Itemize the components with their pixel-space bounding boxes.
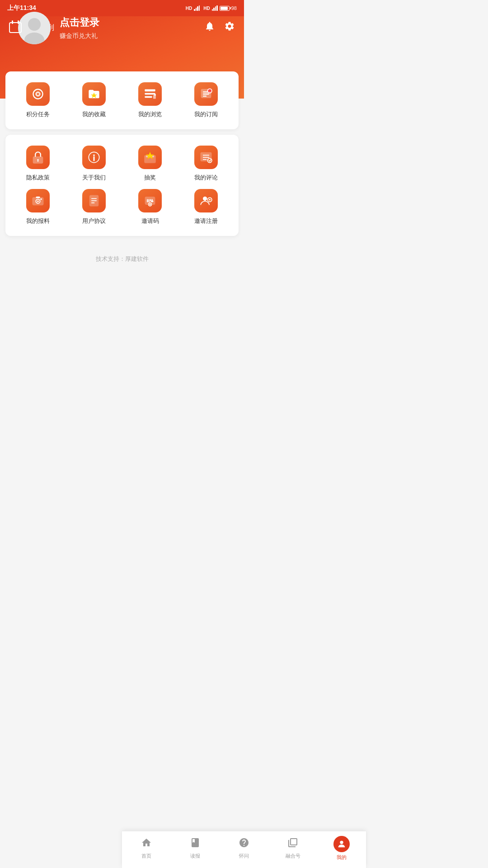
profile-info: 点击登录 赚金币兑大礼 (60, 16, 99, 40)
lottery-icon (138, 146, 162, 169)
svg-point-19 (37, 159, 39, 161)
menu-item-subscribe[interactable]: + 我的订阅 (178, 82, 234, 118)
invite-register-icon (194, 189, 218, 212)
menu-item-privacy[interactable]: 隐私政策 (10, 146, 66, 182)
menu-item-invite-register[interactable]: 邀请注册 (178, 189, 234, 225)
svg-point-36 (40, 198, 42, 200)
svg-point-34 (37, 200, 39, 202)
invite-code-icon (138, 189, 162, 212)
svg-text:+: + (209, 90, 211, 93)
main-content: 积分任务 我的收藏 (0, 71, 244, 272)
invite-code-label: 邀请码 (141, 217, 159, 225)
status-time: 上午11:34 (7, 4, 36, 12)
privacy-icon (26, 146, 50, 169)
svg-point-22 (93, 155, 95, 156)
svg-rect-11 (154, 94, 156, 96)
svg-rect-35 (36, 197, 40, 198)
about-icon (82, 146, 106, 169)
svg-point-5 (37, 93, 39, 95)
checkin-icon (9, 22, 22, 33)
menu-card-1: 积分任务 我的收藏 (5, 71, 239, 129)
agreement-icon (82, 189, 106, 212)
menu-item-report[interactable]: 我的报料 (10, 189, 66, 225)
report-icon (26, 189, 50, 212)
profile-subtitle: 赚金币兑大礼 (60, 32, 99, 40)
score-task-icon (26, 82, 50, 106)
privacy-label: 隐私政策 (26, 174, 50, 182)
menu-item-invite-code[interactable]: 邀请码 (122, 189, 178, 225)
notification-button[interactable] (204, 21, 215, 34)
svg-point-1 (28, 18, 41, 31)
header-actions (204, 21, 235, 34)
browse-label: 我的浏览 (138, 110, 162, 118)
settings-button[interactable] (224, 21, 235, 34)
menu-item-about[interactable]: 关于我们 (66, 146, 122, 182)
menu-item-favorites[interactable]: 我的收藏 (66, 82, 122, 118)
avatar (18, 12, 51, 44)
menu-item-agreement[interactable]: 用户协议 (66, 189, 122, 225)
profile-section[interactable]: 点击登录 赚金币兑大礼 (9, 12, 235, 44)
status-icons: HD HD 98 (186, 5, 237, 11)
invite-register-label: 邀请注册 (194, 217, 218, 225)
menu-item-score-task[interactable]: 积分任务 (10, 82, 66, 118)
svg-rect-14 (203, 94, 209, 94)
menu-item-lottery[interactable]: 抽奖 (122, 146, 178, 182)
score-task-label: 积分任务 (26, 110, 50, 118)
menu-grid-1: 积分任务 我的收藏 (10, 82, 234, 118)
signal-5g-icon (194, 5, 200, 11)
svg-rect-7 (145, 90, 155, 92)
comments-label: 我的评论 (194, 174, 218, 182)
agreement-label: 用户协议 (82, 217, 106, 225)
battery-icon (220, 6, 230, 11)
svg-point-31 (208, 158, 212, 162)
menu-card-2: 隐私政策 关于我们 (5, 135, 239, 236)
menu-grid-2: 隐私政策 关于我们 (10, 146, 234, 225)
subscribe-label: 我的订阅 (194, 110, 218, 118)
profile-name: 点击登录 (60, 16, 99, 29)
browse-icon (138, 82, 162, 106)
comments-icon (194, 146, 218, 169)
svg-rect-10 (153, 95, 156, 99)
svg-rect-8 (145, 93, 155, 95)
favorites-icon (82, 82, 106, 106)
report-label: 我的报料 (26, 217, 50, 225)
svg-point-50 (203, 197, 207, 201)
svg-rect-9 (145, 96, 152, 98)
battery-level: 98 (231, 5, 237, 11)
about-label: 关于我们 (82, 174, 106, 182)
menu-item-comments[interactable]: 我的评论 (178, 146, 234, 182)
signal-4g-icon (212, 5, 218, 11)
subscribe-icon: + (194, 82, 218, 106)
menu-item-browse[interactable]: 我的浏览 (122, 82, 178, 118)
lottery-label: 抽奖 (144, 174, 156, 182)
tech-support: 技术支持：厚建软件 (5, 241, 239, 272)
favorites-label: 我的收藏 (82, 110, 106, 118)
svg-rect-15 (203, 96, 206, 97)
